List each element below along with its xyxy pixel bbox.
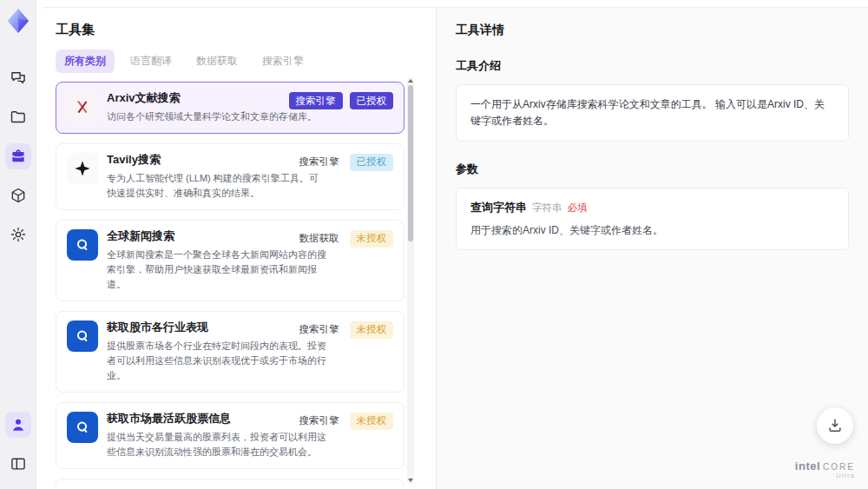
- tool-meta: 搜索引擎 未授权: [299, 413, 394, 430]
- panel-toggle-icon[interactable]: [5, 451, 31, 477]
- download-button[interactable]: [817, 407, 853, 444]
- chat-icon[interactable]: [5, 65, 31, 91]
- tool-title: 全球新闻搜索: [107, 229, 326, 244]
- auth-badge: 未授权: [350, 413, 394, 430]
- intro-text: 一个用于从Arxiv存储库搜索科学论文和文章的工具。 输入可以是Arxiv ID…: [470, 96, 834, 129]
- category-label: 搜索引擎: [299, 323, 339, 336]
- finance-app-icon: [67, 412, 98, 443]
- auth-badge: 已授权: [350, 92, 394, 109]
- app-logo-icon[interactable]: [5, 8, 31, 34]
- tool-body: 获取市场最活跃股票信息 提供当天交易量最高的股票列表，投资者可以利用这些信息来识…: [107, 412, 326, 459]
- category-label: 搜索引擎: [299, 414, 339, 427]
- tool-description: 提供当天交易量最高的股票列表，投资者可以利用这些信息来识别流动性强的股票和潜在的…: [107, 430, 326, 459]
- tab-search-engine[interactable]: 搜索引擎: [253, 50, 312, 73]
- settings-gear-icon[interactable]: [5, 221, 31, 248]
- param-description: 用于搜索的Arxiv ID、关键字或作者姓名。: [470, 223, 834, 238]
- param-card: 查询字符串 字符串 必填 用于搜索的Arxiv ID、关键字或作者姓名。: [456, 188, 849, 250]
- tool-description: 全球新闻搜索是一个聚合全球各大新闻网站内容的搜索引擎，帮助用户快速获取全球最新资…: [107, 248, 326, 292]
- tool-meta: 数据获取 未授权: [299, 230, 394, 248]
- tool-card-global-news[interactable]: 全球新闻搜索 全球新闻搜索是一个聚合全球各大新闻网站内容的搜索引擎，帮助用户快速…: [56, 220, 404, 301]
- toolbox-icon[interactable]: [5, 143, 31, 169]
- tool-body: Tavily搜索 专为人工智能代理 (LLM) 构建的搜索引擎工具。可快速提供实…: [107, 153, 326, 201]
- intro-heading: 工具介绍: [456, 58, 849, 74]
- tool-card-sector-performance[interactable]: 获取股市各行业表现 提供股票市场各个行业在特定时间段内的表现。投资者可以利用这些…: [56, 311, 404, 393]
- finance-app-icon: [67, 320, 98, 352]
- tool-body: Arxiv文献搜索 访问各个研究领域大量科学论文和文章的存储库。: [107, 91, 317, 124]
- brand-name: intel: [795, 459, 820, 472]
- content-window: 工具集 所有类别 语言翻译 数据获取 搜索引擎 Arxiv文献搜索 访问各个研究…: [36, 7, 868, 489]
- category-label: 搜索引擎: [299, 155, 339, 169]
- arxiv-icon: [67, 91, 98, 122]
- param-name: 查询字符串: [470, 200, 527, 215]
- scroll-up-arrow-icon[interactable]: [408, 79, 413, 83]
- tool-meta: 搜索引擎 已授权: [299, 154, 394, 171]
- tool-meta: 搜索引擎 已授权: [289, 92, 394, 109]
- tool-detail-panel: 工具详情 工具介绍 一个用于从Arxiv存储库搜索科学论文和文章的工具。 输入可…: [437, 8, 868, 489]
- auth-badge: 未授权: [350, 321, 394, 339]
- tavily-star-icon: [67, 153, 98, 184]
- tool-card-active-stocks[interactable]: 获取市场最活跃股票信息 提供当天交易量最高的股票列表，投资者可以利用这些信息来识…: [56, 402, 404, 469]
- auth-badge: 已授权: [350, 154, 394, 171]
- tool-card-regional-news[interactable]: 万维地区新闻查询 查询具体行政区划内的新闻，快速了解各地新闻动 搜索引擎 未授权: [56, 479, 404, 487]
- scroll-down-arrow-icon[interactable]: [408, 479, 413, 482]
- folder-icon[interactable]: [5, 104, 31, 130]
- param-header: 查询字符串 字符串 必填: [470, 200, 834, 215]
- tool-description: 专为人工智能代理 (LLM) 构建的搜索引擎工具。可快速提供实时、准确和真实的结…: [107, 171, 326, 201]
- cube-icon[interactable]: [5, 182, 31, 208]
- left-rail: [0, 0, 36, 489]
- category-tabs: 所有类别 语言翻译 数据获取 搜索引擎: [56, 50, 436, 73]
- user-icon[interactable]: [5, 412, 31, 438]
- category-label: 数据获取: [299, 232, 339, 245]
- tool-body: 获取股市各行业表现 提供股票市场各个行业在特定时间段内的表现。投资者可以利用这些…: [107, 320, 326, 383]
- download-icon: [826, 417, 844, 434]
- tool-description: 访问各个研究领域大量科学论文和文章的存储库。: [107, 109, 317, 124]
- tab-language-translation[interactable]: 语言翻译: [122, 50, 181, 73]
- tool-card-arxiv[interactable]: Arxiv文献搜索 访问各个研究领域大量科学论文和文章的存储库。 搜索引擎 已授…: [56, 82, 404, 134]
- tool-title: Tavily搜索: [107, 153, 326, 168]
- tool-body: 全球新闻搜索 全球新闻搜索是一个聚合全球各大新闻网站内容的搜索引擎，帮助用户快速…: [107, 229, 326, 292]
- params-heading: 参数: [456, 162, 849, 177]
- page-title: 工具集: [56, 22, 436, 38]
- param-type: 字符串: [532, 202, 562, 215]
- scrollbar-thumb[interactable]: [408, 85, 413, 241]
- param-required-flag: 必填: [568, 202, 588, 215]
- list-scrollbar[interactable]: [407, 77, 414, 484]
- news-app-icon: [67, 229, 98, 261]
- auth-badge: 未授权: [350, 230, 394, 248]
- tool-card-tavily[interactable]: Tavily搜索 专为人工智能代理 (LLM) 构建的搜索引擎工具。可快速提供实…: [56, 143, 404, 210]
- tool-list-panel: 工具集 所有类别 语言翻译 数据获取 搜索引擎 Arxiv文献搜索 访问各个研究…: [36, 8, 437, 489]
- detail-title: 工具详情: [456, 23, 849, 38]
- intro-card: 一个用于从Arxiv存储库搜索科学论文和文章的工具。 输入可以是Arxiv ID…: [456, 84, 849, 142]
- tool-meta: 搜索引擎 未授权: [299, 321, 394, 339]
- tab-all-categories[interactable]: 所有类别: [56, 50, 115, 73]
- tab-data-fetch[interactable]: 数据获取: [187, 50, 247, 73]
- intel-core-logo: intelCORE Ultra: [795, 458, 855, 480]
- brand-sub: CORE: [823, 462, 855, 472]
- tool-list: Arxiv文献搜索 访问各个研究领域大量科学论文和文章的存储库。 搜索引擎 已授…: [56, 82, 404, 487]
- tool-title: 获取股市各行业表现: [107, 320, 326, 335]
- tool-description: 提供股票市场各个行业在特定时间段内的表现。投资者可以利用这些信息来识别表现优于或…: [107, 339, 326, 383]
- category-badge: 搜索引擎: [289, 92, 343, 109]
- tool-title: Arxiv文献搜索: [107, 91, 317, 106]
- brand-tier: Ultra: [795, 472, 855, 480]
- tool-title: 获取市场最活跃股票信息: [107, 412, 326, 426]
